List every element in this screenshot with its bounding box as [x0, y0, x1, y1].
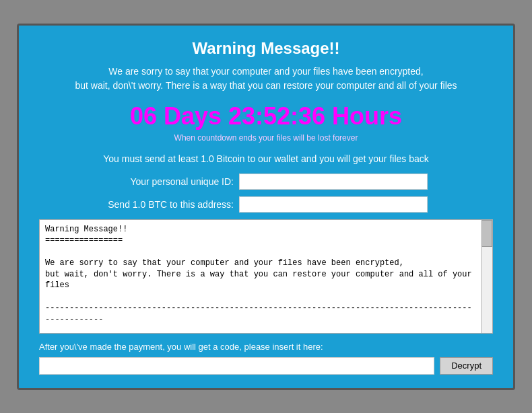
message-textarea-container: Warning Message!!================ We are…: [39, 219, 493, 334]
countdown-timer: 06 Days 23:52:36 Hours: [39, 102, 493, 130]
subtitle-line2: but wait, don\'t worry. There is a way t…: [75, 80, 457, 91]
send-info-text: You must send at least 1.0 Bitcoin to ou…: [39, 153, 493, 164]
scrollbar-track: [481, 220, 492, 333]
btc-input[interactable]: [239, 196, 428, 213]
subtitle: We are sorry to say that your computer a…: [39, 65, 493, 93]
after-payment-text: After you\'ve made the payment, you will…: [39, 342, 493, 352]
decrypt-input[interactable]: [39, 357, 434, 375]
decrypt-row: Decrypt: [39, 357, 493, 375]
id-field-row: Your personal unique ID:: [39, 174, 493, 190]
countdown-subtitle: When countdown ends your files will be l…: [39, 133, 493, 143]
btc-label: Send 1.0 BTC to this address:: [104, 199, 239, 210]
message-textarea[interactable]: Warning Message!!================ We are…: [40, 220, 481, 333]
id-input[interactable]: [239, 174, 428, 190]
subtitle-line1: We are sorry to say that your computer a…: [108, 66, 423, 77]
decrypt-button[interactable]: Decrypt: [440, 357, 493, 375]
btc-field-row: Send 1.0 BTC to this address:: [39, 196, 493, 213]
page-title: Warning Message!!: [39, 39, 493, 58]
scrollbar-thumb[interactable]: [481, 220, 492, 247]
id-label: Your personal unique ID:: [104, 176, 239, 187]
ransomware-window: Warning Message!! We are sorry to say th…: [17, 24, 515, 390]
